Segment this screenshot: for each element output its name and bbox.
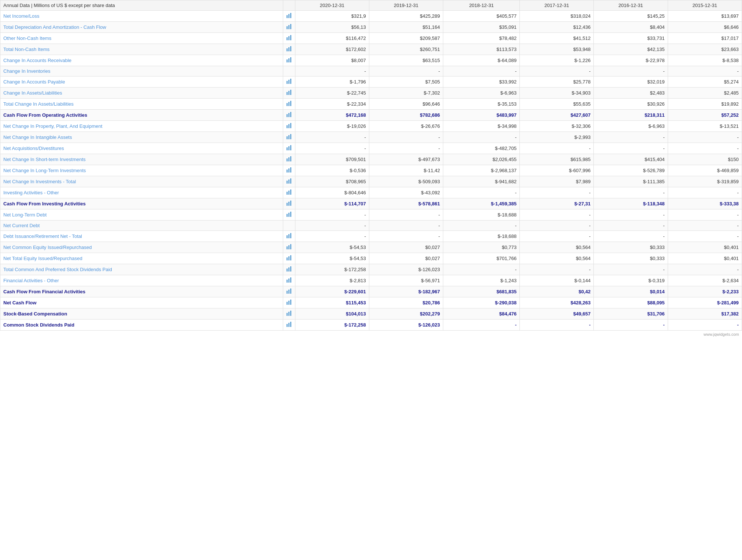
table-row: Change In Accounts Payable$-1,796$7,505$… [0,76,742,88]
row-label[interactable]: Investing Activities - Other [0,187,283,198]
row-label[interactable]: Net Change In Investments - Total [0,176,283,187]
chart-icon-cell[interactable] [283,231,295,242]
table-row: Net Total Equity Issued/Repurchased$-54,… [0,253,742,264]
svg-rect-41 [290,167,291,173]
bar-chart-icon[interactable] [286,311,292,317]
svg-rect-78 [287,324,288,327]
chart-icon-cell[interactable] [283,33,295,44]
row-label[interactable]: Net Current Debt [0,221,283,231]
value-cell: $56,13 [295,22,369,33]
row-label[interactable]: Net Common Equity Issued/Repurchased [0,242,283,253]
chart-icon-cell[interactable] [283,88,295,99]
chart-icon-cell[interactable] [283,76,295,88]
table-row: Cash Flow From Financial Activities$-229… [0,286,742,297]
chart-icon-cell[interactable] [283,209,295,221]
chart-icon-cell[interactable] [283,143,295,154]
bar-chart-icon[interactable] [286,244,292,250]
chart-icon-cell[interactable] [283,132,295,143]
row-label[interactable]: Other Non-Cash Items [0,33,283,44]
row-label[interactable]: Change In Inventories [0,66,283,76]
chart-icon-cell[interactable] [283,320,295,331]
bar-chart-icon[interactable] [286,212,292,218]
chart-icon-cell[interactable] [283,286,295,297]
row-label[interactable]: Change In Accounts Payable [0,76,283,88]
bar-chart-icon[interactable] [286,288,292,295]
bar-chart-icon[interactable] [286,13,292,19]
row-label[interactable]: Financial Activities - Other [0,275,283,286]
row-label[interactable]: Total Depreciation And Amortization - Ca… [0,22,283,33]
row-label[interactable]: Cash Flow From Investing Activities [0,198,283,209]
bar-chart-icon[interactable] [286,233,292,239]
chart-icon-cell[interactable] [283,275,295,286]
bar-chart-icon[interactable] [286,201,292,207]
bar-chart-icon[interactable] [286,24,292,30]
chart-icon-cell[interactable] [283,55,295,66]
row-label[interactable]: Net Cash Flow [0,297,283,308]
table-row: Net Cash Flow$115,453$20,786$-290,038$42… [0,297,742,308]
chart-icon-cell[interactable] [283,253,295,264]
svg-rect-32 [290,134,291,139]
row-label[interactable]: Net Change In Intangible Assets [0,132,283,143]
bar-chart-icon[interactable] [286,101,292,107]
bar-chart-icon[interactable] [286,255,292,262]
table-row: Other Non-Cash Items$116,472$209,587$78,… [0,33,742,44]
bar-chart-icon[interactable] [286,156,292,163]
value-cell: $-0,319 [594,275,668,286]
row-label[interactable]: Common Stock Dividends Paid [0,320,283,331]
row-label[interactable]: Net Change In Long-Term Investments [0,165,283,176]
bar-chart-icon[interactable] [286,145,292,151]
row-label[interactable]: Cash Flow From Operating Activities [0,110,283,121]
bar-chart-icon[interactable] [286,112,292,118]
bar-chart-icon[interactable] [286,322,292,328]
bar-chart-icon[interactable] [286,266,292,273]
chart-icon-cell[interactable] [283,198,295,209]
bar-chart-icon[interactable] [286,57,292,64]
chart-icon-cell[interactable] [283,121,295,132]
chart-icon-cell[interactable] [283,99,295,110]
chart-icon-cell[interactable] [283,242,295,253]
table-row: Net Change In Short-term Investments$709… [0,154,742,165]
table-row: Debt Issuance/Retirement Net - Total--$-… [0,231,742,242]
bar-chart-icon[interactable] [286,35,292,41]
chart-icon-cell[interactable] [283,308,295,320]
row-label[interactable]: Total Common And Preferred Stock Dividen… [0,264,283,275]
chart-icon-cell[interactable] [283,11,295,22]
chart-icon-cell[interactable] [283,187,295,198]
value-cell: $-64,089 [443,55,520,66]
chart-icon-cell[interactable] [283,297,295,308]
bar-chart-icon[interactable] [286,90,292,96]
row-label[interactable]: Net Total Equity Issued/Repurchased [0,253,283,264]
bar-chart-icon[interactable] [286,277,292,284]
bar-chart-icon[interactable] [286,300,292,306]
bar-chart-icon[interactable] [286,79,292,85]
row-label[interactable]: Net Income/Loss [0,11,283,22]
bar-chart-icon[interactable] [286,123,292,129]
row-label[interactable]: Total Change In Assets/Liabilities [0,99,283,110]
bar-chart-icon[interactable] [286,189,292,196]
chart-icon-cell[interactable] [283,154,295,165]
row-label[interactable]: Net Change In Short-term Investments [0,154,283,165]
row-label[interactable]: Cash Flow From Financial Activities [0,286,283,297]
bar-chart-icon[interactable] [286,134,292,140]
bar-chart-icon[interactable] [286,167,292,174]
row-label[interactable]: Net Long-Term Debt [0,209,283,221]
bar-chart-icon[interactable] [286,46,292,52]
value-cell: $113,573 [443,44,520,55]
row-label[interactable]: Net Change In Property, Plant, And Equip… [0,121,283,132]
row-label[interactable]: Net Acquisitions/Divestitures [0,143,283,154]
row-label[interactable]: Change In Assets/Liabilities [0,88,283,99]
row-label[interactable]: Stock-Based Compensation [0,308,283,320]
chart-icon-cell[interactable] [283,22,295,33]
value-cell: - [594,209,668,221]
chart-icon-cell[interactable] [283,110,295,121]
row-label[interactable]: Total Non-Cash Items [0,44,283,55]
value-cell: - [443,221,520,231]
bar-chart-icon[interactable] [286,178,292,185]
chart-icon-cell[interactable] [283,264,295,275]
row-label[interactable]: Change In Accounts Receivable [0,55,283,66]
chart-icon-cell[interactable] [283,176,295,187]
chart-icon-cell[interactable] [283,44,295,55]
value-cell: - [594,66,668,76]
chart-icon-cell[interactable] [283,165,295,176]
row-label[interactable]: Debt Issuance/Retirement Net - Total [0,231,283,242]
